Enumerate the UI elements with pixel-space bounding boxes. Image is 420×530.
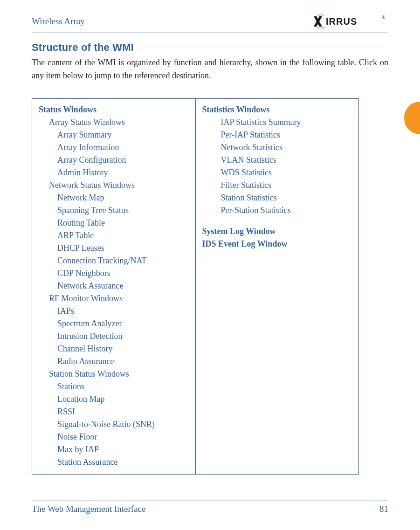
nav-link[interactable]: Station Statistics — [202, 192, 352, 204]
footer-section-title: The Web Management Interface — [32, 504, 145, 514]
page-number: 81 — [379, 504, 388, 514]
nav-link[interactable]: Array Status Windows — [39, 116, 189, 129]
nav-group-heading[interactable]: Statistics Windows — [202, 103, 352, 116]
nav-link[interactable]: Station Assurance — [39, 456, 189, 468]
nav-link[interactable]: CDP Neighbors — [39, 267, 189, 280]
nav-link[interactable]: Noise Floor — [39, 431, 189, 443]
nav-link[interactable]: VLAN Statistics — [202, 154, 352, 166]
nav-link[interactable]: IAPs — [39, 305, 189, 317]
nav-column-right: Statistics WindowsIAP Statistics Summary… — [195, 99, 359, 474]
nav-link[interactable]: Per-Station Statistics — [202, 204, 352, 217]
nav-link[interactable]: Network Assurance — [39, 280, 189, 292]
page-footer: The Web Management Interface 81 — [32, 501, 388, 514]
svg-text:®: ® — [382, 15, 386, 20]
nav-link[interactable]: Array Summary — [39, 129, 189, 141]
section-heading: Structure of the WMI — [32, 41, 388, 54]
nav-link[interactable]: Filter Statistics — [202, 179, 352, 192]
nav-link[interactable]: Network Map — [39, 192, 189, 204]
nav-link[interactable]: WDS Statistics — [202, 166, 352, 179]
header-rule — [32, 33, 388, 33]
nav-link[interactable]: IAP Statistics Summary — [202, 116, 352, 129]
nav-link[interactable]: Channel History — [39, 343, 189, 355]
thumb-tab — [404, 102, 420, 134]
nav-link[interactable]: Stations — [39, 380, 189, 393]
product-name: Wireless Array — [32, 16, 85, 27]
brand-logo: IRRUS ® — [314, 14, 388, 28]
nav-link[interactable]: Array Configuration — [39, 154, 189, 166]
nav-link[interactable]: Intrusion Detection — [39, 330, 189, 343]
nav-link[interactable]: Max by IAP — [39, 443, 189, 456]
nav-link[interactable]: Network Statistics — [202, 141, 352, 154]
nav-link[interactable]: RF Monitor Windows — [39, 292, 189, 305]
section-intro: The content of the WMI is organized by f… — [32, 56, 388, 83]
nav-link[interactable]: Radio Assurance — [39, 355, 189, 368]
xirrus-logo-icon: IRRUS ® — [314, 14, 388, 28]
nav-link[interactable]: Station Status Windows — [39, 368, 189, 380]
nav-link[interactable]: Admin History — [39, 166, 189, 179]
nav-link[interactable]: Spanning Tree Status — [39, 204, 189, 217]
nav-link[interactable]: Network Status Windows — [39, 179, 189, 192]
nav-link[interactable]: Per-IAP Statistics — [202, 129, 352, 141]
nav-column-left: Status WindowsArray Status WindowsArray … — [32, 99, 195, 474]
nav-table: Status WindowsArray Status WindowsArray … — [32, 98, 359, 475]
nav-link[interactable]: Spectrum Analyzer — [39, 317, 189, 330]
nav-group-heading[interactable]: System Log Window — [202, 225, 352, 238]
nav-group-heading[interactable]: Status Windows — [39, 103, 189, 116]
footer-rule — [32, 501, 388, 501]
nav-link[interactable]: Signal-to-Noise Ratio (SNR) — [39, 418, 189, 431]
svg-text:IRRUS: IRRUS — [326, 16, 357, 27]
nav-link[interactable]: DHCP Leases — [39, 242, 189, 255]
nav-link[interactable]: ARP Table — [39, 229, 189, 242]
nav-link[interactable]: Array Information — [39, 141, 189, 154]
nav-link[interactable]: Location Map — [39, 393, 189, 406]
nav-group-heading[interactable]: IDS Event Log Window — [202, 238, 352, 250]
running-header: Wireless Array IRRUS ® — [32, 13, 388, 30]
nav-link[interactable]: Routing Table — [39, 217, 189, 229]
nav-link[interactable]: RSSI — [39, 406, 189, 418]
nav-link[interactable]: Connection Tracking/NAT — [39, 255, 189, 267]
